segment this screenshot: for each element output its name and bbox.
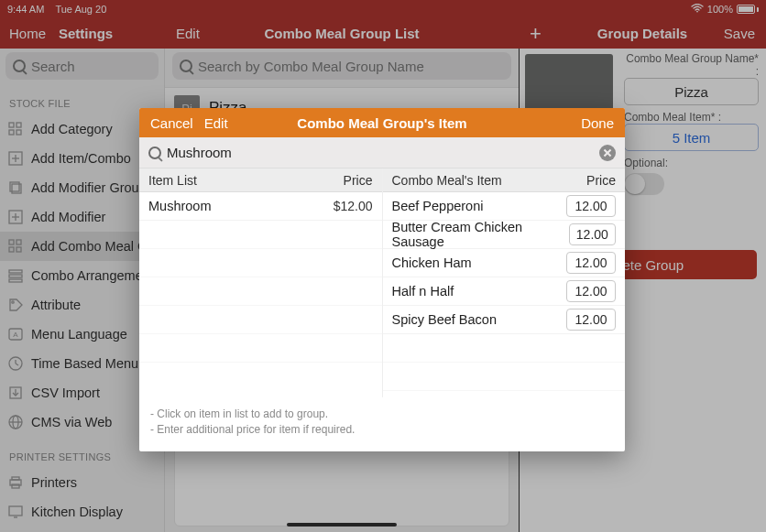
modal-cancel-button[interactable]: Cancel: [150, 115, 193, 131]
item-price: $12.00: [334, 199, 373, 213]
footer-hint-2: - Enter additional price for item if req…: [150, 422, 614, 438]
combo-item-row[interactable]: Half n Half12.00: [383, 277, 626, 306]
combo-item-price-input[interactable]: 12.00: [569, 223, 616, 245]
combo-item-name: Butter Cream Chicken Sausage: [392, 220, 569, 249]
combo-item-row[interactable]: Beef Pepperoni12.00: [383, 192, 626, 221]
modal-search-value: Mushroom: [167, 145, 232, 160]
item-list-row[interactable]: Mushroom $12.00: [139, 192, 382, 221]
modal-title: Combo Meal Group's Item: [297, 115, 466, 131]
modal-search[interactable]: Mushroom: [139, 137, 625, 168]
combo-item-header: Combo Meal's Item: [392, 173, 502, 188]
combo-item-price-input[interactable]: 12.00: [566, 280, 616, 302]
combo-item-price-input[interactable]: 12.00: [566, 309, 616, 331]
search-icon: [148, 147, 161, 159]
combo-item-name: Beef Pepperoni: [392, 199, 484, 213]
item-name: Mushroom: [148, 199, 212, 213]
combo-item-row[interactable]: Butter Cream Chicken Sausage12.00: [383, 221, 626, 249]
footer-hint-1: - Click on item in list to add to group.: [150, 407, 614, 422]
combo-item-price-input[interactable]: 12.00: [566, 195, 616, 217]
price-header: Price: [586, 173, 616, 188]
clear-icon[interactable]: [599, 145, 616, 161]
combo-item-row[interactable]: Chicken Ham12.00: [383, 249, 626, 277]
modal-edit-button[interactable]: Edit: [204, 115, 228, 131]
combo-item-name: Half n Half: [392, 284, 454, 299]
item-list-header: Item List: [148, 173, 197, 188]
combo-item-modal: Cancel Edit Combo Meal Group's Item Done…: [139, 108, 625, 451]
combo-item-row[interactable]: Spicy Beef Bacon12.00: [383, 306, 626, 334]
combo-item-name: Chicken Ham: [392, 255, 472, 270]
price-header: Price: [344, 173, 373, 188]
combo-item-name: Spicy Beef Bacon: [392, 312, 497, 327]
modal-done-button[interactable]: Done: [581, 115, 614, 131]
combo-item-price-input[interactable]: 12.00: [566, 252, 616, 274]
